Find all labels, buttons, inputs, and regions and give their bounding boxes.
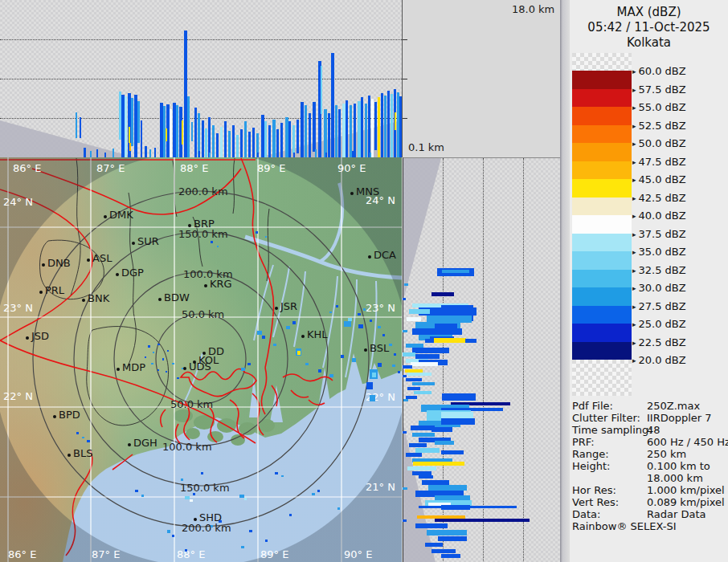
echo-bar <box>276 129 279 157</box>
echo-pixel <box>148 345 150 348</box>
echo-pixel <box>273 344 276 346</box>
echo-bar <box>465 339 476 343</box>
echo-pixel <box>166 371 167 373</box>
echo-bar <box>194 108 197 157</box>
echo-bar <box>384 96 386 157</box>
echo-bar <box>288 121 291 157</box>
echo-pixel <box>181 479 183 481</box>
echo-bar <box>434 338 466 343</box>
echo-pixel <box>249 530 252 532</box>
echo-bar <box>371 99 374 157</box>
info-label: Pdf File: <box>572 400 613 412</box>
axis-tick <box>403 39 407 40</box>
echo-bar <box>409 443 427 447</box>
echo-bar <box>387 91 390 157</box>
min-height-label: 0.1 km <box>408 141 444 153</box>
echo-pixel <box>265 236 267 238</box>
echo-pixel <box>162 358 164 360</box>
echo-pixel <box>394 353 396 356</box>
echo-bar <box>208 117 211 157</box>
echo-bar <box>412 382 435 385</box>
echo-bar <box>248 132 251 157</box>
echo-bar <box>145 146 147 157</box>
echo-pixel <box>172 363 174 364</box>
echo-pixel <box>151 363 153 364</box>
info-value: Radar Data <box>647 508 706 520</box>
echo-bar <box>141 120 142 157</box>
info-value: 1.000 km/pixel <box>647 484 725 496</box>
info-label: Hor Res: <box>572 484 616 496</box>
info-value: 18.000 km <box>647 472 703 484</box>
echo-bar <box>395 112 396 130</box>
echo-pixel <box>292 321 296 324</box>
echo-pixel <box>211 525 213 527</box>
echo-bar <box>232 125 235 157</box>
echo-pixel <box>317 490 320 492</box>
echo-bar <box>403 431 407 434</box>
echo-bar <box>331 53 334 157</box>
product-info-block: Pdf File:250Z.maxClutter Filter:IIRDoppl… <box>570 0 728 562</box>
echo-bar <box>381 93 383 157</box>
echo-bar <box>264 121 267 157</box>
echo-bar <box>281 149 283 157</box>
echo-bar <box>403 330 407 332</box>
echo-pixel <box>289 514 292 516</box>
echo-pixel <box>141 495 144 497</box>
radar-map-panel: 86° E87° E88° E89° E90° E86° E87° E88° E… <box>0 157 402 562</box>
echo-pixel <box>329 312 332 313</box>
echo-pixel <box>297 351 301 355</box>
echo-bar <box>361 97 363 157</box>
echo-bar <box>187 96 190 157</box>
echo-bar <box>441 450 464 454</box>
echo-pixel <box>398 371 400 373</box>
echo-bar <box>442 270 469 273</box>
echo-pixel <box>286 326 290 329</box>
echo-pixel <box>378 326 381 328</box>
echo-bar <box>441 418 475 425</box>
echo-bar <box>244 121 247 157</box>
echo-pixel <box>363 308 366 311</box>
echo-bar <box>166 128 167 141</box>
info-label: Data: <box>572 508 600 520</box>
echo-pixel <box>256 231 258 234</box>
axis-tick <box>403 118 407 119</box>
info-value: 250 km <box>647 448 686 460</box>
echo-bar <box>252 128 255 157</box>
info-label: PRF: <box>572 436 595 448</box>
echo-pixel <box>219 520 222 523</box>
echo-bar <box>412 433 435 437</box>
echo-pixel <box>87 440 90 442</box>
echo-pixel <box>145 356 146 358</box>
echo-pixel <box>318 369 321 373</box>
echo-bar <box>80 117 81 138</box>
echo-bar <box>406 378 422 381</box>
echo-pixel <box>172 535 174 537</box>
echo-pixel <box>177 377 179 379</box>
echo-bar <box>335 105 337 157</box>
echo-pixel <box>153 352 154 353</box>
height-axis-area: 18.0 km 0.1 km <box>403 0 560 157</box>
echo-bar <box>212 125 215 157</box>
echo-bar <box>313 102 316 152</box>
echo-bar <box>191 122 193 141</box>
echo-bar <box>96 149 98 157</box>
echo-bar <box>224 121 227 157</box>
echo-bar <box>427 530 467 536</box>
echo-pixel <box>341 355 344 358</box>
echo-pixel <box>262 336 265 339</box>
echo-bar <box>228 131 231 157</box>
echo-bar <box>415 523 448 528</box>
echo-bar <box>154 148 156 157</box>
ew-height-profile-panel <box>0 0 403 157</box>
echo-bar <box>297 120 299 153</box>
software-branding: Rainbow® SELEX-SI <box>572 520 677 532</box>
info-label: Height: <box>572 460 610 472</box>
echo-bar <box>365 104 367 157</box>
echo-bar <box>391 94 393 157</box>
echo-bar <box>182 120 183 145</box>
echo-bar <box>431 427 452 432</box>
echo-bar <box>137 101 140 143</box>
echo-bar <box>315 149 317 157</box>
echo-pixel <box>257 331 262 335</box>
echo-bar <box>403 487 407 490</box>
